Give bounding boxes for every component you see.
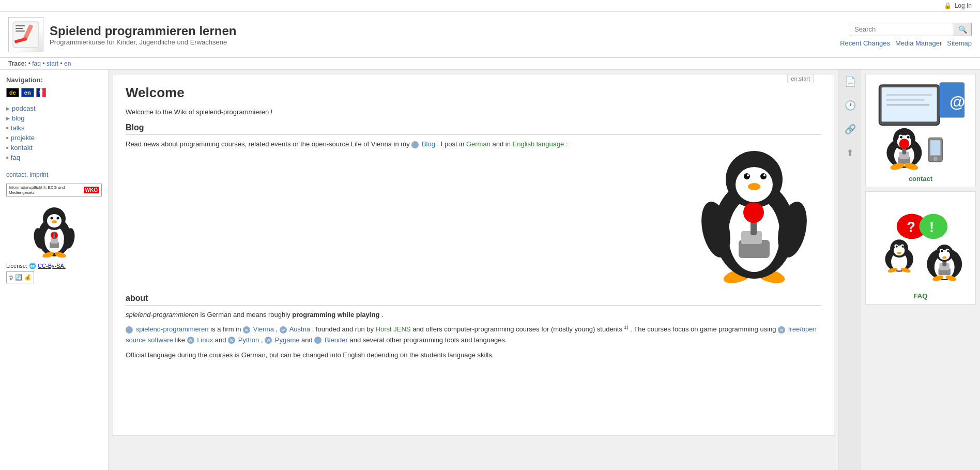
login-icon: 🔒: [944, 2, 952, 9]
svg-rect-23: [53, 232, 55, 239]
contact-panel-image: @: [874, 79, 967, 172]
recent-changes-link[interactable]: Recent Changes: [840, 39, 890, 47]
history-icon[interactable]: 🕐: [843, 98, 858, 113]
faq-panel-image: ?: [874, 196, 967, 289]
nav-link-podcast[interactable]: podcast: [12, 104, 36, 112]
blog-text3: and in: [493, 140, 513, 148]
horst-link[interactable]: Horst JENS: [376, 325, 411, 333]
nav-item-kontakt[interactable]: kontakt: [6, 143, 102, 153]
svg-text:@: @: [950, 93, 965, 111]
sitemap-link[interactable]: Sitemap: [947, 39, 972, 47]
breadcrumb-en[interactable]: en: [64, 60, 71, 67]
about-section: spielend-programmieren is German and mea…: [126, 310, 821, 361]
nav-item-blog[interactable]: blog: [6, 113, 102, 123]
page-icon[interactable]: 📄: [843, 74, 858, 89]
cc-link[interactable]: CC-By-SA:: [38, 263, 66, 269]
breadcrumb-faq[interactable]: faq: [32, 60, 41, 67]
contact-imprint-link[interactable]: contact, imprint: [6, 171, 48, 178]
pygame-link[interactable]: Pygame: [275, 336, 300, 344]
nav-link-kontakt[interactable]: kontakt: [11, 144, 33, 151]
search-input[interactable]: [850, 23, 954, 35]
about-text12: and: [301, 336, 314, 344]
nav-link-talks[interactable]: talks: [11, 124, 25, 132]
about-text2: is German and means roughly: [201, 311, 293, 319]
panels-area: @: [861, 70, 980, 470]
nav-link-faq[interactable]: faq: [11, 154, 20, 161]
linux-link[interactable]: Linux: [197, 336, 213, 344]
blog-link[interactable]: Blog: [422, 140, 435, 148]
svg-point-42: [743, 202, 764, 223]
login-link[interactable]: Log In: [955, 2, 972, 9]
backlinks-icon[interactable]: 🔗: [843, 122, 858, 137]
wko-text: Informationspflicht lt. ECG und Medienge…: [9, 185, 82, 195]
cc-symbol2: 🔄: [15, 274, 22, 281]
about-section-title: about: [126, 294, 821, 306]
nav-item-faq[interactable]: faq: [6, 153, 102, 162]
about-text9: like: [175, 336, 187, 344]
nav-item-podcast[interactable]: podcast: [6, 103, 102, 113]
right-sidebar: 📄 🕐 🔗 ⬆: [838, 70, 861, 470]
svg-point-94: [942, 256, 946, 259]
page-content: Welcome Welcome to the Wiki of spielend-…: [113, 74, 834, 436]
about-w-icon3: w: [778, 326, 785, 333]
back-to-top-icon[interactable]: ⬆: [843, 145, 858, 161]
about-sp-icon: [126, 326, 133, 333]
about-text6: , founded and run by: [312, 325, 376, 333]
nav-item-projekte[interactable]: projekte: [6, 133, 102, 143]
flag-de[interactable]: de: [6, 88, 19, 97]
austria-link[interactable]: Austria: [289, 325, 310, 333]
nav-link-projekte[interactable]: projekte: [11, 134, 35, 142]
svg-point-62: [899, 139, 909, 148]
svg-point-56: [900, 136, 902, 139]
breadcrumb-start[interactable]: start: [47, 60, 58, 67]
about-sp-name: spielend-programmieren: [126, 311, 198, 319]
svg-point-36: [747, 174, 749, 176]
contact-panel-title[interactable]: contact: [870, 175, 971, 183]
wko-logo: WKO: [84, 187, 99, 193]
welcome-intro: Welcome to the Wiki of spielend-programm…: [126, 108, 821, 116]
svg-point-14: [56, 217, 59, 219]
german-link[interactable]: German: [466, 140, 491, 148]
nav-item-talks[interactable]: talks: [6, 123, 102, 133]
vienna-link[interactable]: Vienna: [253, 325, 274, 333]
cc-badge: © 🔄 💰: [6, 271, 34, 283]
header-left: Spielend programmieren lernen Programmie…: [8, 17, 236, 52]
trace-label: Trace:: [8, 60, 26, 67]
about-text10: and: [215, 336, 228, 344]
svg-point-74: [896, 245, 898, 247]
blog-text4: :: [566, 140, 568, 148]
blog-globe-icon: [411, 141, 419, 148]
svg-point-34: [744, 173, 750, 179]
blender-link[interactable]: Blender: [325, 336, 348, 344]
breadcrumb: Trace: • faq • start • en: [0, 58, 980, 70]
breadcrumb-sep2: •: [42, 60, 47, 67]
about-official-lang: Official language during the courses is …: [126, 350, 821, 361]
svg-rect-44: [882, 87, 937, 122]
svg-rect-21: [51, 238, 58, 244]
flag-fr[interactable]: fr: [36, 88, 46, 97]
contact-panel: @: [865, 74, 976, 187]
python-link[interactable]: Python: [238, 336, 259, 344]
svg-text:!: !: [929, 219, 934, 235]
main-layout: Navigation: de en fr podcast blog talks …: [0, 70, 980, 470]
nav-list: podcast blog talks projekte kontakt faq: [6, 103, 102, 162]
about-w-icon4: w: [187, 337, 194, 344]
english-link[interactable]: English language: [513, 140, 564, 148]
nav-link-blog[interactable]: blog: [12, 114, 25, 122]
header: Spielend programmieren lernen Programmie…: [0, 12, 980, 58]
license-section: License: 🌐 CC-By-SA: © 🔄 💰: [6, 263, 102, 283]
svg-point-37: [763, 174, 765, 176]
media-manager-link[interactable]: Media Manager: [895, 39, 942, 47]
about-bold1: programming while playing: [292, 311, 379, 319]
about-w-icon2: w: [280, 326, 287, 333]
search-button[interactable]: 🔍: [954, 23, 971, 36]
svg-point-57: [907, 136, 910, 139]
nav-label: Navigation:: [6, 76, 102, 84]
topbar: 🔒 Log In: [0, 0, 980, 12]
flag-en[interactable]: en: [21, 88, 34, 97]
blog-section: Read news about programming courses, rel…: [126, 139, 821, 285]
svg-point-76: [897, 252, 901, 254]
svg-text:?: ?: [907, 218, 915, 234]
faq-panel-title[interactable]: FAQ: [870, 292, 971, 300]
about-sp-link[interactable]: spielend-programmieren: [136, 325, 209, 333]
